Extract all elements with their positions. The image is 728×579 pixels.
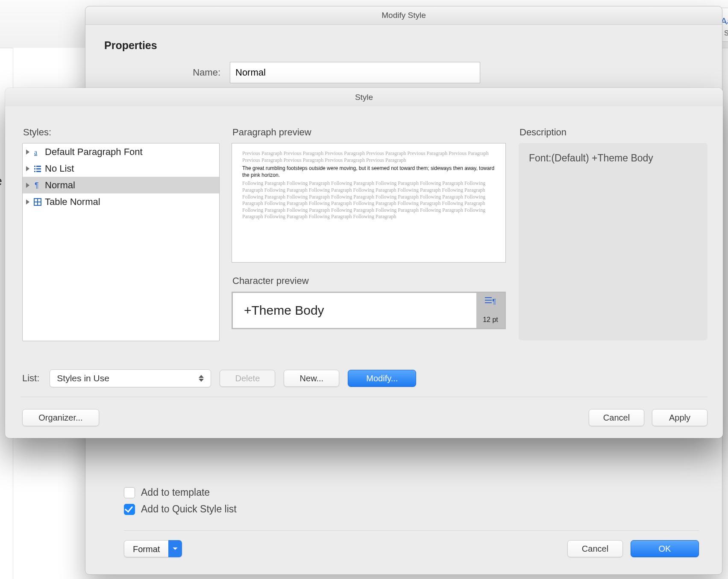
list-select-value: Styles in Use bbox=[57, 373, 109, 383]
svg-rect-3 bbox=[34, 168, 35, 170]
chevron-down-icon bbox=[168, 540, 182, 557]
character-preview-badge: ¶ 12 pt bbox=[476, 293, 505, 328]
style-item-label: Table Normal bbox=[45, 196, 100, 208]
expand-icon bbox=[26, 166, 29, 171]
format-dropdown[interactable]: Format bbox=[124, 540, 182, 557]
format-dropdown-label: Format bbox=[124, 540, 168, 557]
dialog-title: Modify Style bbox=[85, 6, 722, 25]
paragraph-preview: Previous Paragraph Previous Paragraph Pr… bbox=[232, 143, 506, 263]
svg-rect-5 bbox=[34, 171, 35, 172]
svg-rect-4 bbox=[36, 168, 41, 170]
description-heading: Description bbox=[520, 127, 707, 138]
character-preview: +Theme Body ¶ 12 pt bbox=[232, 292, 506, 329]
modify-button[interactable]: Modify... bbox=[348, 370, 416, 387]
style-item-normal[interactable]: ¶ Normal bbox=[23, 177, 219, 193]
preview-sample-text: The great rumbling footsteps outside wer… bbox=[242, 165, 495, 178]
preview-following-text: Following Paragraph Following Paragraph … bbox=[242, 180, 495, 220]
cancel-button[interactable]: Cancel bbox=[567, 540, 623, 557]
cropped-left-text: te k g a bbox=[0, 171, 2, 253]
paragraph-preview-heading: Paragraph preview bbox=[232, 127, 506, 138]
preview-previous-text: Previous Paragraph Previous Paragraph Pr… bbox=[242, 150, 495, 164]
character-preview-heading: Character preview bbox=[232, 275, 506, 287]
cancel-button[interactable]: Cancel bbox=[589, 409, 644, 426]
pilcrow-icon: ¶ bbox=[33, 181, 42, 190]
name-label: Name: bbox=[193, 67, 220, 78]
styles-heading: Styles: bbox=[23, 127, 219, 138]
style-item-default-paragraph-font[interactable]: a Default Paragraph Font bbox=[23, 143, 219, 160]
style-item-table-normal[interactable]: Table Normal bbox=[23, 193, 219, 210]
add-to-quick-style-label: Add to Quick Style list bbox=[141, 503, 237, 515]
properties-heading: Properties bbox=[104, 39, 703, 52]
ok-button[interactable]: OK bbox=[631, 540, 699, 557]
description-text: Font:(Default) +Theme Body bbox=[529, 152, 653, 164]
list-icon bbox=[33, 164, 42, 173]
apply-button[interactable]: Apply bbox=[652, 409, 707, 426]
style-item-no-list[interactable]: No List bbox=[23, 160, 219, 177]
style-name-input[interactable] bbox=[230, 62, 480, 83]
expand-icon bbox=[26, 199, 29, 205]
style-item-label: Default Paragraph Font bbox=[45, 146, 143, 158]
style-dialog: Style Styles: a Default Paragraph Font bbox=[5, 88, 723, 438]
delete-button: Delete bbox=[220, 370, 275, 387]
styles-listbox[interactable]: a Default Paragraph Font No List bbox=[22, 143, 220, 341]
new-button[interactable]: New... bbox=[284, 370, 339, 387]
svg-text:a: a bbox=[34, 149, 37, 156]
svg-rect-6 bbox=[36, 171, 41, 172]
character-preview-size: 12 pt bbox=[483, 316, 498, 324]
style-item-label: Normal bbox=[45, 180, 75, 191]
svg-text:¶: ¶ bbox=[492, 298, 496, 306]
dialog-title: Style bbox=[5, 88, 723, 106]
divider bbox=[124, 530, 699, 531]
style-item-label: No List bbox=[45, 163, 74, 174]
expand-icon bbox=[26, 183, 29, 188]
table-icon bbox=[33, 198, 42, 206]
list-label: List: bbox=[22, 373, 39, 384]
add-to-template-label: Add to template bbox=[141, 487, 210, 498]
organizer-button[interactable]: Organizer... bbox=[22, 409, 99, 426]
character-preview-text: +Theme Body bbox=[244, 303, 324, 318]
expand-icon bbox=[26, 149, 29, 155]
description-box: Font:(Default) +Theme Body bbox=[519, 143, 707, 340]
svg-text:¶: ¶ bbox=[35, 181, 39, 190]
svg-rect-1 bbox=[34, 166, 35, 167]
paragraph-style-icon: ¶ bbox=[484, 295, 497, 306]
stepper-icon bbox=[199, 375, 206, 382]
add-to-template-checkbox[interactable] bbox=[124, 487, 135, 498]
char-icon: a bbox=[33, 148, 42, 156]
svg-rect-2 bbox=[36, 166, 41, 167]
add-to-quick-style-checkbox[interactable] bbox=[124, 504, 135, 515]
list-select[interactable]: Styles in Use bbox=[50, 369, 211, 387]
